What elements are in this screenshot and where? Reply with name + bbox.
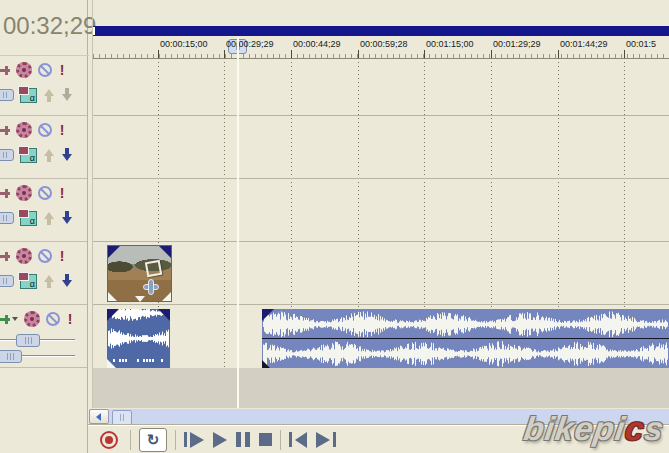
level-fader-icon[interactable] [0, 89, 14, 101]
pause-icon [236, 432, 241, 447]
mute-icon[interactable] [38, 186, 52, 200]
ruler-major-tick [291, 50, 292, 58]
divider [130, 430, 131, 450]
child-track-down-icon[interactable] [61, 211, 73, 225]
child-track-down-icon[interactable] [61, 148, 73, 162]
audio-waveform [262, 309, 669, 368]
play-from-start-icon [184, 432, 187, 447]
audio-event-music[interactable] [262, 309, 669, 368]
track-motion-icon[interactable] [0, 189, 10, 198]
parent-track-up-icon[interactable] [43, 211, 55, 225]
fade-handle-icon[interactable] [159, 246, 171, 258]
volume-slider-thumb[interactable] [16, 334, 40, 347]
video-event[interactable] [107, 245, 172, 302]
play-from-start-button[interactable] [184, 428, 204, 452]
alpha-glyph: α [30, 153, 35, 163]
audio-bus-icon[interactable] [0, 315, 10, 324]
fade-handle-icon[interactable] [108, 292, 117, 301]
track-fx-gear-icon[interactable] [16, 248, 32, 264]
solo-icon[interactable]: ! [58, 62, 66, 78]
solo-icon[interactable]: ! [58, 185, 66, 201]
stop-icon [259, 433, 272, 446]
mute-icon[interactable] [46, 312, 60, 326]
timecode-display[interactable]: 00:32;29 [0, 0, 89, 56]
parent-track-up-icon[interactable] [43, 274, 55, 288]
composite-mode-icon[interactable]: α [20, 274, 37, 289]
fade-handle-icon[interactable] [107, 359, 116, 368]
level-fader-icon[interactable] [0, 149, 14, 161]
mute-icon[interactable] [38, 63, 52, 77]
ruler-time-label: 00:00:44;29 [293, 39, 341, 49]
parent-track-up-icon[interactable] [43, 148, 55, 162]
ruler-time-label: 00:01:15;00 [426, 39, 474, 49]
fade-handle-icon[interactable] [162, 292, 171, 301]
pause-button[interactable] [236, 428, 250, 452]
composite-mode-icon[interactable]: α [20, 211, 37, 226]
ruler-major-tick [624, 50, 625, 58]
fade-handle-icon[interactable] [108, 246, 120, 258]
level-fader-icon[interactable] [0, 275, 14, 287]
track-fx-gear-icon[interactable] [16, 122, 32, 138]
play-icon [213, 432, 227, 448]
record-button[interactable] [96, 428, 122, 452]
scroll-left-arrow-icon[interactable] [89, 409, 109, 424]
stop-button[interactable] [259, 428, 272, 452]
audio-event-selected[interactable] [107, 309, 170, 368]
track-header-3: ! α [0, 179, 87, 242]
track-divider [93, 241, 669, 242]
track-fx-gear-icon[interactable] [16, 185, 32, 201]
chevron-down-icon[interactable] [12, 317, 18, 321]
fade-handle-icon[interactable] [262, 309, 274, 321]
composite-mode-icon[interactable]: α [20, 88, 37, 103]
watermark-text: bikepi [521, 410, 628, 447]
volume-slider[interactable] [0, 339, 75, 341]
go-to-start-button[interactable] [289, 428, 307, 452]
solo-icon[interactable]: ! [58, 248, 66, 264]
video-editor-window: 00:32;29 ! α ! [0, 0, 669, 453]
scrollbar-thumb[interactable] [112, 410, 132, 425]
composite-mode-icon[interactable]: α [20, 148, 37, 163]
move-tool-icon[interactable] [143, 279, 159, 295]
divider [280, 430, 281, 450]
left-triangle-icon [295, 432, 307, 448]
track-motion-icon[interactable] [0, 252, 10, 261]
child-track-down-icon[interactable] [61, 274, 73, 288]
loop-region-bar[interactable] [93, 26, 669, 36]
go-to-start-icon [289, 432, 292, 447]
track-fx-gear-icon[interactable] [24, 311, 40, 327]
fade-handle-icon[interactable] [158, 309, 170, 321]
track-fx-gear-icon[interactable] [16, 62, 32, 78]
go-to-end-button[interactable] [316, 428, 336, 452]
track-divider [93, 304, 669, 305]
pan-crop-icon[interactable] [145, 260, 162, 277]
track-motion-icon[interactable] [0, 126, 10, 135]
level-fader-icon[interactable] [0, 212, 14, 224]
ruler-time-label: 00:01:29;29 [493, 39, 541, 49]
track-divider [93, 178, 669, 179]
ruler-major-tick [158, 50, 159, 58]
ruler-time-label: 00:00:59;28 [360, 39, 408, 49]
ruler-major-tick [424, 50, 425, 58]
track-motion-icon[interactable] [0, 66, 10, 75]
loop-playback-button[interactable]: ↻ [139, 428, 167, 452]
solo-icon[interactable]: ! [58, 122, 66, 138]
alpha-glyph: α [30, 279, 35, 289]
ruler-major-tick [358, 50, 359, 58]
edit-cursor[interactable] [237, 37, 239, 408]
right-triangle-icon [316, 432, 330, 448]
record-icon [100, 431, 118, 449]
mute-icon[interactable] [38, 249, 52, 263]
pan-slider-thumb[interactable] [0, 350, 22, 363]
event-marker-icon[interactable] [135, 296, 145, 302]
ruler[interactable]: 00:00:15;0000:00:29;2900:00:44;2900:00:5… [93, 37, 669, 59]
child-track-down-icon[interactable] [61, 88, 73, 102]
play-button[interactable] [213, 428, 227, 452]
track-header-1: ! α [0, 56, 87, 116]
parent-track-up-icon[interactable] [43, 88, 55, 102]
fade-handle-icon[interactable] [262, 360, 270, 368]
mute-icon[interactable] [38, 123, 52, 137]
ruler-time-label: 00:01:44;29 [560, 39, 608, 49]
solo-icon[interactable]: ! [66, 311, 74, 327]
fade-handle-icon[interactable] [107, 309, 119, 321]
pan-slider[interactable] [0, 355, 75, 357]
